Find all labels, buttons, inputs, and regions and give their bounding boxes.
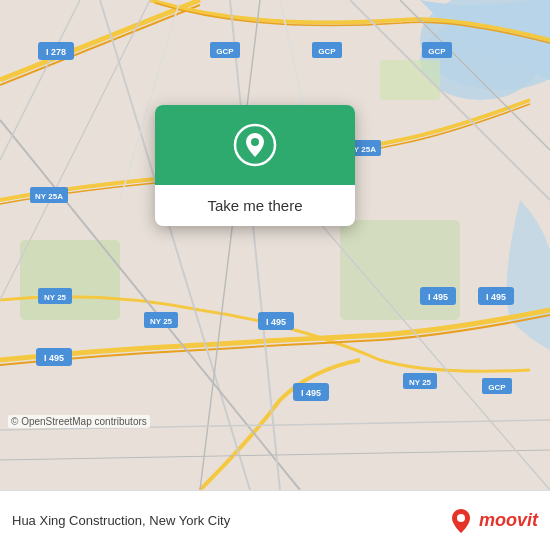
moovit-logo: moovit — [447, 507, 538, 535]
svg-rect-3 — [20, 240, 120, 320]
svg-text:GCP: GCP — [488, 383, 506, 392]
svg-text:GCP: GCP — [318, 47, 336, 56]
take-me-there-button[interactable]: Take me there — [155, 185, 355, 226]
svg-text:I 278: I 278 — [46, 47, 66, 57]
svg-text:I 495: I 495 — [266, 317, 286, 327]
svg-text:I 495: I 495 — [486, 292, 506, 302]
moovit-brand-label: moovit — [479, 510, 538, 531]
location-pin-icon — [233, 123, 277, 167]
svg-text:NY 25: NY 25 — [150, 317, 173, 326]
location-card[interactable]: Take me there — [155, 105, 355, 226]
map-container: I 278 GCP GCP GCP GCP NY 25A NY 25A NY 2… — [0, 0, 550, 490]
svg-text:I 495: I 495 — [301, 388, 321, 398]
svg-text:NY 25: NY 25 — [44, 293, 67, 302]
map-attribution: © OpenStreetMap contributors — [8, 415, 150, 428]
card-top — [155, 105, 355, 185]
location-label: Hua Xing Construction, New York City — [12, 513, 230, 528]
svg-text:GCP: GCP — [428, 47, 446, 56]
moovit-icon — [447, 507, 475, 535]
svg-text:GCP: GCP — [216, 47, 234, 56]
svg-text:I 495: I 495 — [428, 292, 448, 302]
svg-text:NY 25: NY 25 — [409, 378, 432, 387]
svg-text:I 495: I 495 — [44, 353, 64, 363]
svg-point-54 — [251, 138, 259, 146]
svg-text:NY 25A: NY 25A — [35, 192, 63, 201]
svg-point-55 — [457, 514, 465, 522]
bottom-bar: Hua Xing Construction, New York City moo… — [0, 490, 550, 550]
